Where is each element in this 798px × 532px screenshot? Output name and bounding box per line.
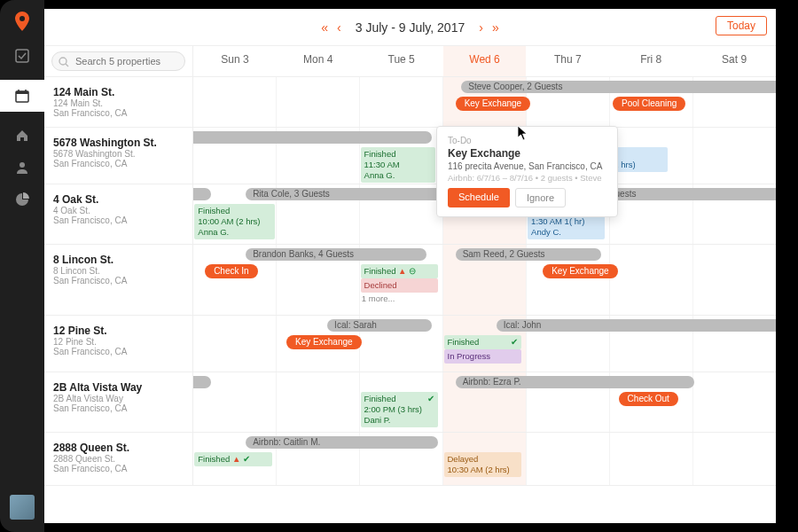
task-person: Andy C.: [531, 227, 561, 237]
property-line3: San Francisco, CA: [53, 347, 184, 356]
warning-icon: ▲: [398, 266, 406, 276]
reservation-bar[interactable]: Sam Reed, 2 Guests: [456, 248, 601, 261]
reservation-bar[interactable]: [193, 376, 211, 388]
reservation-bar[interactable]: Steve Cooper, 2 Guests: [461, 81, 776, 93]
property-line2: 4 Oak St.: [53, 206, 184, 215]
avatar[interactable]: [10, 495, 35, 520]
svg-point-6: [59, 58, 66, 65]
task-block-finished[interactable]: Finished ✔ 2:00 PM (3 hrs) Dani P.: [361, 392, 438, 427]
reservation-bar[interactable]: Airbnb: Ezra P.: [456, 376, 694, 388]
reservation-bar[interactable]: Brandon Banks, 4 Guests: [246, 248, 426, 261]
property-cell[interactable]: 5678 Washington St. 5678 Washington St. …: [44, 128, 193, 184]
task-status-label: Finished: [364, 394, 396, 403]
svg-line-7: [66, 64, 68, 66]
day-header[interactable]: Sun 3: [193, 46, 277, 76]
nav-user-icon[interactable]: [14, 160, 30, 176]
date-range-label: 3 July - 9 July, 2017: [356, 20, 465, 35]
task-status-label: Delayed: [448, 454, 479, 464]
task-block-delayed[interactable]: Delayed 10:30 AM (2 hrs): [444, 452, 521, 477]
property-cell[interactable]: 8 Lincon St. 8 Lincon St. San Francisco,…: [44, 245, 193, 315]
day-header-current[interactable]: Wed 6: [443, 46, 527, 76]
popover-title: Key Exchange: [448, 147, 606, 160]
property-line3: San Francisco, CA: [53, 403, 184, 413]
property-name: 2B Alta Vista Way: [53, 381, 184, 394]
task-block-finished[interactable]: Finished 11:30 AM Anna G.: [361, 147, 435, 183]
day-header[interactable]: Sat 9: [692, 46, 776, 76]
check-icon: ✔: [511, 337, 518, 348]
calendar-header-row: Sun 3 Mon 4 Tue 5 Wed 6 Thu 7 Fri 8 Sat …: [44, 46, 776, 77]
more-link[interactable]: 1 more...: [362, 293, 395, 303]
task-pill-key-exchange[interactable]: Key Exchange: [286, 335, 362, 349]
day-header[interactable]: Tue 5: [360, 46, 443, 76]
property-line2: 8 Lincon St.: [53, 266, 184, 276]
property-line2: 2B Alta Vista Way: [53, 394, 184, 403]
reservation-bar[interactable]: [193, 131, 432, 144]
today-button[interactable]: Today: [716, 16, 767, 35]
property-name: 12 Pine St.: [53, 325, 184, 337]
task-person: Anna G.: [198, 227, 229, 237]
task-person: Dani P.: [364, 415, 391, 425]
app-logo: [12, 12, 32, 32]
nav-reports-icon[interactable]: [14, 192, 30, 207]
task-time: 2:00 PM (3 hrs): [364, 404, 422, 414]
reservation-bar[interactable]: Ical: Sarah: [327, 319, 432, 332]
property-line3: San Francisco, CA: [53, 159, 184, 168]
task-pill-pool-cleaning[interactable]: Pool Cleaning: [613, 97, 685, 111]
warning-icon: ▲: [232, 454, 240, 464]
task-time: 10:30 AM (2 hrs): [448, 465, 510, 474]
task-block-finished[interactable]: Finished ✔: [444, 335, 521, 349]
task-block-finished[interactable]: Finished ▲ ✔: [194, 452, 271, 466]
task-block-declined[interactable]: Declined: [361, 278, 438, 293]
cursor-icon: [517, 125, 529, 141]
task-time: 10:00 AM (2 hrs): [198, 216, 260, 226]
schedule-button[interactable]: Schedule: [448, 188, 510, 207]
topbar: « ‹ 3 July - 9 July, 2017 › » Today: [44, 9, 776, 46]
property-line3: San Francisco, CA: [53, 108, 184, 118]
task-status-label: In Progress: [448, 351, 491, 361]
task-block-finished[interactable]: Finished 10:00 AM (2 hrs) Anna G.: [194, 204, 275, 239]
task-status-label: Declined: [364, 280, 397, 290]
property-cell[interactable]: 2B Alta Vista Way 2B Alta Vista Way San …: [44, 372, 193, 432]
nav-checklist-icon[interactable]: [14, 48, 30, 64]
svg-rect-0: [16, 50, 28, 62]
day-header[interactable]: Thu 7: [526, 46, 609, 76]
search-icon: [59, 57, 69, 67]
nav-prev-icon[interactable]: ‹: [337, 20, 341, 35]
task-status-label: Finished: [198, 206, 230, 215]
task-block-finished[interactable]: Finished ▲ ⊖: [361, 264, 438, 278]
nav-first-icon[interactable]: «: [321, 20, 328, 35]
property-cell[interactable]: 2888 Queen St. 2888 Queen St. San Franci…: [44, 433, 193, 485]
property-name: 8 Lincon St.: [53, 254, 184, 266]
property-line3: San Francisco, CA: [53, 276, 184, 286]
search-input[interactable]: [51, 51, 185, 71]
property-line3: San Francisco, CA: [53, 215, 184, 225]
svg-point-5: [20, 162, 25, 168]
task-pill-key-exchange[interactable]: Key Exchange: [456, 97, 531, 111]
reservation-bar[interactable]: [193, 188, 211, 200]
property-line2: 2888 Queen St.: [53, 454, 184, 464]
property-cell[interactable]: 124 Main St. 124 Main St. San Francisco,…: [44, 77, 193, 127]
day-header[interactable]: Fri 8: [609, 46, 692, 76]
check-icon: ✔: [243, 454, 250, 464]
nav-last-icon[interactable]: »: [492, 20, 499, 35]
reservation-bar[interactable]: Airbnb: Caitlin M.: [246, 436, 438, 449]
ignore-button[interactable]: Ignore: [515, 188, 566, 207]
nav-calendar-icon[interactable]: [0, 80, 44, 112]
task-block-in-progress[interactable]: In Progress: [444, 349, 521, 364]
property-cell[interactable]: 12 Pine St. 12 Pine St. San Francisco, C…: [44, 316, 193, 372]
property-name: 2888 Queen St.: [53, 442, 184, 454]
property-cell[interactable]: 4 Oak St. 4 Oak St. San Francisco, CA: [44, 184, 193, 244]
day-header[interactable]: Mon 4: [277, 46, 360, 76]
task-pill-check-in[interactable]: Check In: [205, 264, 257, 278]
nav-next-icon[interactable]: ›: [479, 20, 483, 35]
nav-home-icon[interactable]: [14, 128, 30, 144]
main-area: « ‹ 3 July - 9 July, 2017 › » Today: [44, 9, 776, 523]
task-pill-key-exchange[interactable]: Key Exchange: [543, 264, 618, 278]
popover-address: 116 precita Avenue, San Francisco, CA: [448, 161, 606, 171]
circle-check-icon: ⊖: [409, 266, 416, 276]
property-line2: 5678 Washington St.: [53, 149, 184, 159]
property-line3: San Francisco, CA: [53, 464, 184, 473]
property-line2: 124 Main St.: [53, 98, 184, 108]
reservation-bar[interactable]: Ical: John: [497, 319, 776, 332]
task-pill-check-out[interactable]: Check Out: [619, 392, 678, 406]
